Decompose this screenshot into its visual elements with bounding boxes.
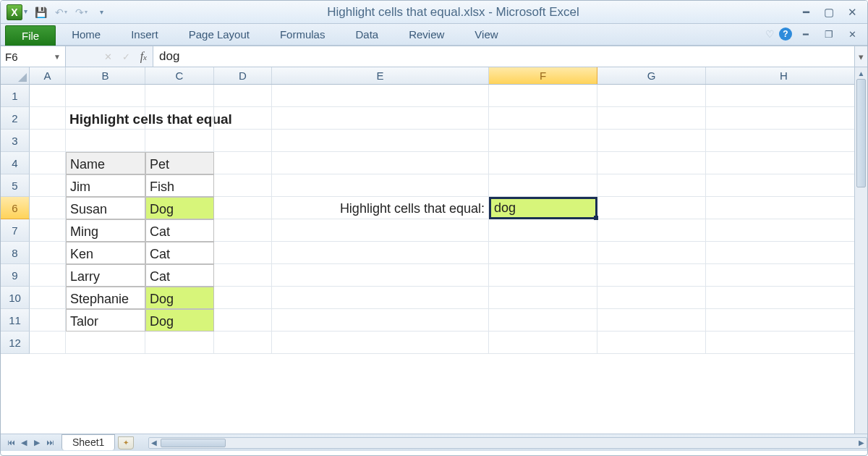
cell[interactable]	[30, 287, 66, 309]
mdi-minimize[interactable]: ━	[796, 27, 815, 41]
undo-button[interactable]: ↶▾	[52, 4, 69, 21]
cell[interactable]	[272, 332, 489, 354]
cell[interactable]	[272, 309, 489, 332]
scroll-up-icon[interactable]: ▲	[855, 67, 867, 79]
table-cell[interactable]: Ming	[66, 219, 145, 242]
mdi-restore[interactable]: ❐	[820, 27, 838, 41]
table-cell[interactable]: Dog	[145, 287, 214, 309]
redo-button[interactable]: ↷▾	[72, 4, 90, 21]
cell[interactable]	[706, 197, 862, 219]
table-cell[interactable]: Cat	[145, 219, 214, 242]
vertical-scrollbar[interactable]: ▲ ▼	[854, 67, 867, 451]
tab-review[interactable]: Review	[394, 25, 459, 45]
cell[interactable]	[597, 309, 706, 332]
cell[interactable]	[597, 197, 706, 219]
cell[interactable]	[706, 219, 862, 242]
tab-insert[interactable]: Insert	[116, 25, 173, 45]
formula-input[interactable]: dog	[153, 46, 854, 67]
row-header[interactable]: 8	[1, 242, 30, 264]
cell[interactable]	[214, 130, 272, 152]
nav-prev-icon[interactable]: ◀	[18, 438, 30, 447]
cell[interactable]	[597, 264, 706, 287]
row-header[interactable]: 6	[1, 197, 30, 219]
row-header[interactable]: 4	[1, 152, 30, 174]
cell[interactable]	[597, 332, 706, 354]
cell[interactable]	[145, 107, 214, 130]
row-header[interactable]: 2	[1, 107, 30, 130]
criteria-cell[interactable]	[489, 197, 597, 219]
nav-next-icon[interactable]: ▶	[31, 438, 43, 447]
cell[interactable]	[272, 219, 489, 242]
cell[interactable]	[30, 197, 66, 219]
app-menu-dd[interactable]: ▾	[24, 7, 27, 15]
horizontal-scrollbar[interactable]: ◀ ▶	[148, 437, 867, 449]
table-cell[interactable]: Larry	[66, 264, 145, 287]
cell[interactable]	[214, 174, 272, 197]
tab-page-layout[interactable]: Page Layout	[174, 25, 264, 45]
cell[interactable]	[30, 264, 66, 287]
cell[interactable]	[489, 152, 597, 174]
cell[interactable]	[272, 242, 489, 264]
cell[interactable]	[214, 242, 272, 264]
cell[interactable]	[706, 287, 862, 309]
cell[interactable]	[66, 332, 145, 354]
cell[interactable]	[30, 242, 66, 264]
cell[interactable]	[597, 107, 706, 130]
hscroll-thumb[interactable]	[161, 439, 226, 447]
cell[interactable]	[706, 332, 862, 354]
table-cell[interactable]: Susan	[66, 197, 145, 219]
cell[interactable]	[272, 85, 489, 107]
grid[interactable]: 1 2Highlight cells that equal 3 4NamePet…	[1, 85, 867, 451]
table-cell[interactable]: Talor	[66, 309, 145, 332]
col-header[interactable]: A	[30, 67, 66, 84]
cell[interactable]	[597, 130, 706, 152]
cell[interactable]	[214, 152, 272, 174]
new-sheet-button[interactable]: ✦	[118, 436, 134, 449]
title-cell[interactable]: Highlight cells that equal	[66, 107, 145, 130]
mdi-close[interactable]: ✕	[843, 27, 861, 41]
cell[interactable]	[706, 264, 862, 287]
cell[interactable]	[706, 174, 862, 197]
namebox-dropdown-icon[interactable]: ▼	[54, 53, 61, 61]
row-header[interactable]: 7	[1, 219, 30, 242]
cell[interactable]	[214, 332, 272, 354]
cell[interactable]	[272, 287, 489, 309]
cell[interactable]	[272, 152, 489, 174]
scroll-left-icon[interactable]: ◀	[151, 439, 157, 447]
scroll-right-icon[interactable]: ▶	[859, 439, 864, 447]
fx-icon[interactable]: fx	[140, 50, 147, 63]
file-tab[interactable]: File	[5, 25, 56, 46]
prompt-cell[interactable]: Highlight cells that equal:	[272, 197, 489, 219]
table-cell[interactable]: Cat	[145, 264, 214, 287]
sheet-tab[interactable]: Sheet1	[61, 434, 115, 450]
cell[interactable]	[30, 152, 66, 174]
cell[interactable]	[489, 130, 597, 152]
cell[interactable]	[489, 332, 597, 354]
cell[interactable]	[30, 107, 66, 130]
table-cell[interactable]: Fish	[145, 174, 214, 197]
cell[interactable]	[706, 152, 862, 174]
name-box[interactable]: F6 ▼	[1, 46, 66, 67]
row-header[interactable]: 3	[1, 130, 30, 152]
cell[interactable]	[706, 130, 862, 152]
qat-customize[interactable]: ▾	[93, 4, 110, 21]
table-cell[interactable]: Dog	[145, 309, 214, 332]
cell[interactable]	[489, 287, 597, 309]
tab-view[interactable]: View	[460, 25, 512, 45]
cell[interactable]	[597, 287, 706, 309]
cell[interactable]	[145, 85, 214, 107]
tab-data[interactable]: Data	[341, 25, 393, 45]
table-header[interactable]: Pet	[145, 152, 214, 174]
col-header[interactable]: H	[706, 67, 862, 84]
cell[interactable]	[489, 174, 597, 197]
cell[interactable]	[489, 85, 597, 107]
col-header[interactable]: C	[145, 67, 214, 84]
cell[interactable]	[30, 309, 66, 332]
col-header[interactable]: B	[66, 67, 145, 84]
cell[interactable]	[489, 242, 597, 264]
col-header[interactable]: G	[597, 67, 706, 84]
cell[interactable]	[597, 242, 706, 264]
maximize-button[interactable]: ▢	[820, 5, 838, 20]
col-header[interactable]: F	[489, 67, 597, 84]
table-cell[interactable]: Ken	[66, 242, 145, 264]
